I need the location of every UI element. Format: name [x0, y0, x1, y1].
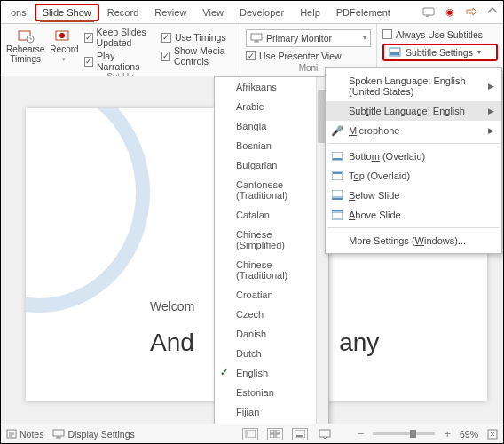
dropdown-arrow-icon: ▾: [62, 55, 66, 64]
language-item[interactable]: Bosnian: [215, 136, 328, 155]
ribbon-tabs: ons Slide Show Record Review View Develo…: [1, 1, 503, 24]
chevron-right-icon: ▶: [488, 82, 494, 91]
fit-to-window-button[interactable]: [487, 429, 498, 440]
position-bottom-icon: [331, 150, 343, 163]
tab-slideshow[interactable]: Slide Show: [35, 4, 99, 21]
display-settings-button[interactable]: Display Settings: [52, 429, 134, 440]
menu-top-overlaid[interactable]: Top (Overlaid): [326, 166, 501, 186]
menu-divider: [327, 143, 500, 144]
view-slideshow-button[interactable]: [317, 428, 333, 440]
menu-bottom-overlaid[interactable]: Bottom (Overlaid): [326, 147, 501, 166]
language-item[interactable]: Chinese (Simplified): [215, 225, 328, 255]
language-item[interactable]: Dutch: [215, 344, 328, 363]
notes-icon: [6, 429, 17, 439]
subtitle-icon: [389, 47, 401, 57]
monitor-dropdown[interactable]: Primary Monitor ▾: [246, 29, 371, 47]
notes-button[interactable]: Notes: [6, 429, 43, 440]
svg-rect-0: [423, 8, 434, 15]
zoom-out-button[interactable]: −: [358, 427, 365, 440]
rehearse-label1: Rehearse: [6, 45, 44, 54]
svg-rect-23: [276, 434, 280, 438]
record-label: Record: [50, 45, 78, 54]
chk-always-subtitles[interactable]: Always Use Subtitles: [382, 29, 498, 40]
chevron-right-icon: ▶: [488, 107, 494, 115]
monitor-icon: [52, 429, 65, 439]
position-top-icon: [331, 170, 343, 182]
chevron-down-icon: ▾: [363, 34, 366, 42]
svg-rect-17: [53, 430, 64, 436]
language-item[interactable]: Bulgarian: [215, 155, 328, 175]
chk-show-media[interactable]: ✓Show Media Controls: [161, 45, 234, 67]
language-item[interactable]: Danish: [215, 324, 328, 344]
chevron-right-icon: ▶: [488, 126, 494, 135]
position-above-icon: [331, 209, 343, 221]
tab-help[interactable]: Help: [292, 4, 328, 21]
svg-rect-25: [296, 435, 303, 437]
svg-rect-14: [332, 212, 343, 219]
view-normal-button[interactable]: [242, 428, 258, 440]
svg-rect-9: [333, 158, 342, 160]
svg-rect-11: [333, 172, 342, 174]
share-icon[interactable]: [463, 4, 479, 20]
menu-more-settings[interactable]: More Settings (Windows)...: [326, 231, 501, 250]
language-item[interactable]: Croatian: [215, 285, 328, 305]
language-item[interactable]: Fijian: [215, 402, 328, 422]
microphone-icon: 🎤: [331, 124, 343, 137]
group-setup: Rehearse Timings Record ▾ ✓Keep Slides U…: [1, 24, 240, 75]
svg-rect-12: [332, 190, 343, 197]
language-item[interactable]: Estonian: [215, 383, 328, 402]
zoom-value: 69%: [460, 429, 478, 440]
tab-review[interactable]: Review: [146, 4, 194, 21]
rehearse-timings-button[interactable]: Rehearse Timings: [6, 27, 44, 72]
view-reading-button[interactable]: [292, 428, 308, 440]
view-sorter-button[interactable]: [267, 428, 283, 440]
svg-rect-7: [390, 52, 399, 55]
rehearse-label2: Timings: [10, 55, 41, 64]
svg-rect-21: [276, 430, 280, 433]
svg-rect-26: [319, 430, 330, 437]
subtitle-settings-button[interactable]: Subtitle Settings ▾: [382, 44, 498, 61]
tab-developer[interactable]: Developer: [232, 4, 292, 21]
subtitle-settings-menu: Spoken Language: English (United States)…: [325, 67, 502, 254]
menu-divider: [327, 227, 500, 228]
monitor-icon: [250, 33, 263, 43]
slide-subtitle: Welcom: [150, 299, 194, 313]
language-item[interactable]: Afrikaans: [215, 77, 328, 97]
comment-icon[interactable]: [421, 4, 437, 20]
language-item[interactable]: Catalan: [215, 205, 328, 225]
chk-use-timings[interactable]: ✓Use Timings: [161, 32, 234, 43]
svg-rect-20: [270, 430, 274, 433]
zoom-slider[interactable]: [373, 432, 435, 435]
status-bar: Notes Display Settings − + 69%: [1, 424, 503, 443]
svg-rect-19: [245, 430, 248, 438]
language-item[interactable]: Arabic: [215, 97, 328, 116]
svg-rect-13: [332, 198, 343, 200]
menu-subtitle-language[interactable]: Subtitle Language: English▶: [326, 101, 501, 121]
svg-rect-5: [251, 34, 262, 40]
tab-pdfelement[interactable]: PDFelement: [328, 4, 398, 21]
menu-below-slide[interactable]: Below Slide: [326, 186, 501, 205]
position-below-icon: [331, 189, 343, 202]
language-item[interactable]: Czech: [215, 305, 328, 324]
record-button[interactable]: Record ▾: [50, 27, 78, 72]
slide-graphic: [26, 108, 150, 313]
menu-spoken-language[interactable]: Spoken Language: English (United States)…: [326, 71, 501, 101]
zoom-in-button[interactable]: +: [444, 427, 451, 440]
menu-above-slide[interactable]: Above Slide: [326, 205, 501, 225]
chk-keep-updated[interactable]: ✓Keep Slides Updated: [84, 27, 156, 48]
language-item[interactable]: English: [215, 363, 328, 383]
collapse-icon[interactable]: [484, 4, 500, 20]
language-item[interactable]: Chinese (Traditional): [215, 255, 328, 285]
svg-rect-15: [332, 210, 343, 211]
chevron-down-icon: ▾: [477, 48, 481, 56]
menu-microphone[interactable]: 🎤Microphone▶: [326, 121, 501, 140]
record-icon[interactable]: ◉: [442, 4, 458, 20]
language-item[interactable]: Cantonese (Traditional): [215, 175, 328, 205]
tab-view[interactable]: View: [194, 4, 232, 21]
svg-rect-22: [270, 434, 274, 438]
tab-record[interactable]: Record: [99, 4, 146, 21]
language-item[interactable]: Bangla: [215, 116, 328, 136]
chk-play-narrations[interactable]: ✓Play Narrations: [84, 51, 156, 72]
tab-partial[interactable]: ons: [3, 4, 35, 21]
chk-presenter-view[interactable]: ✓Use Presenter View: [246, 51, 371, 61]
